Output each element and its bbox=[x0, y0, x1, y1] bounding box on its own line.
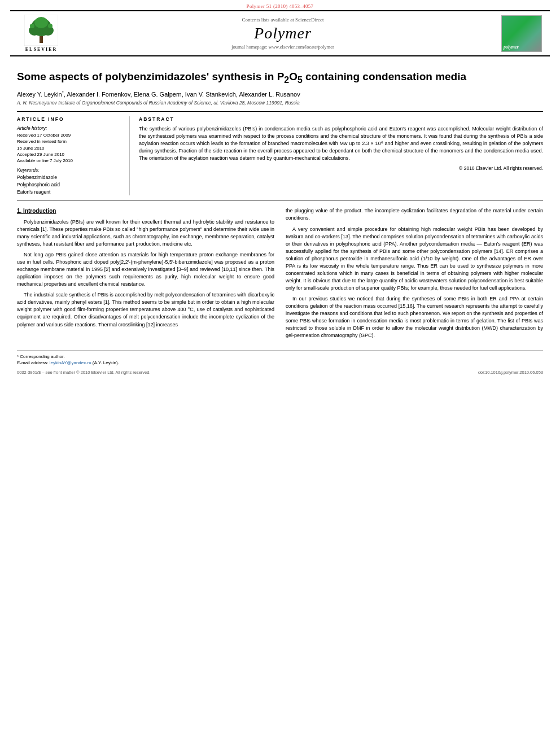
revised-date-text: 15 June 2010 bbox=[17, 146, 45, 151]
kw-2: Polyphosphoric acid bbox=[17, 182, 60, 187]
keywords-list: Polybenzimidazole Polyphosphoric acid Ea… bbox=[17, 174, 120, 195]
email-author: (A.Y. Leykin). bbox=[93, 360, 119, 365]
footer-bar: 0032-3861/$ – see front matter © 2010 El… bbox=[17, 370, 543, 375]
right-para-2: A very convenient and simple procedure f… bbox=[286, 226, 543, 292]
received-revised-text: Received in revised form bbox=[17, 139, 67, 144]
kw-1: Polybenzimidazole bbox=[17, 174, 57, 180]
abstract-col: ABSTRACT The synthesis of various polybe… bbox=[130, 116, 543, 195]
email-line: E-mail address: leykinAY@yandex.ru (A.Y.… bbox=[17, 360, 543, 365]
intro-para-3: The industrial scale synthesis of PBIs i… bbox=[17, 291, 274, 328]
email-value: leykinAY@yandex.ru bbox=[50, 360, 91, 365]
elsevier-logo: ELSEVIER bbox=[16, 15, 67, 52]
sciencedirect-text: Contents lists available at ScienceDirec… bbox=[242, 17, 324, 23]
article-info-abstract-section: ARTICLE INFO Article history: Received 1… bbox=[17, 111, 543, 200]
right-body-col: the plugging value of the product. The i… bbox=[286, 207, 543, 343]
polymer-logo-box: polymer bbox=[499, 15, 544, 52]
left-body-col: 1. Introduction Polybenzimidazoles (PBIs… bbox=[17, 207, 274, 343]
kw-3: Eaton's reagent bbox=[17, 189, 50, 195]
available-text: Available online 7 July 2010 bbox=[17, 158, 73, 163]
article-title: Some aspects of polybenzimidazoles' synt… bbox=[17, 70, 543, 86]
right-para-3: In our previous studies we noticed that … bbox=[286, 295, 543, 339]
history-title: Article history: bbox=[17, 125, 120, 131]
keywords-title: Keywords: bbox=[17, 167, 120, 173]
citation-text: Polymer 51 (2010) 4053–4057 bbox=[247, 3, 314, 9]
copyright-line: © 2010 Elsevier Ltd. All rights reserved… bbox=[139, 165, 543, 171]
abstract-header: ABSTRACT bbox=[139, 116, 543, 122]
footer-section: * Corresponding author. E-mail address: … bbox=[17, 351, 543, 375]
journal-header: ELSEVIER Contents lists available at Sci… bbox=[10, 10, 550, 56]
accepted-text: Accepted 29 June 2010 bbox=[17, 152, 64, 157]
journal-name: Polymer bbox=[72, 25, 493, 42]
elsevier-label-text: ELSEVIER bbox=[25, 47, 57, 52]
main-content: Some aspects of polybenzimidazoles' synt… bbox=[17, 56, 543, 381]
article-info-header: ARTICLE INFO bbox=[17, 116, 120, 122]
received-text: Received 17 October 2009 bbox=[17, 133, 71, 138]
right-para-1: the plugging value of the product. The i… bbox=[286, 207, 543, 222]
title-text-part1: Some aspects of polybenzimidazoles' synt… bbox=[17, 71, 466, 82]
polymer-logo-image: polymer bbox=[501, 15, 542, 52]
journal-center: Contents lists available at ScienceDirec… bbox=[67, 17, 499, 50]
email-label: E-mail address: bbox=[17, 360, 49, 365]
article-info-col: ARTICLE INFO Article history: Received 1… bbox=[17, 116, 130, 195]
authors-line: Alexey Y. Leykin*, Alexander I. Fomenkov… bbox=[17, 90, 543, 98]
issn-line: 0032-3861/$ – see front matter © 2010 El… bbox=[17, 370, 151, 375]
elsevier-tree-icon bbox=[24, 15, 58, 46]
svg-point-5 bbox=[34, 17, 48, 28]
two-col-body: 1. Introduction Polybenzimidazoles (PBIs… bbox=[17, 207, 543, 343]
intro-para-1: Polybenzimidazoles (PBIs) are well known… bbox=[17, 219, 274, 248]
page: Polymer 51 (2010) 4053–4057 ELSEVIER bbox=[0, 0, 560, 747]
keywords-group: Keywords: Polybenzimidazole Polyphosphor… bbox=[17, 167, 120, 195]
corresponding-note: * Corresponding author. bbox=[17, 354, 543, 359]
svg-rect-1 bbox=[40, 36, 43, 43]
affiliation-line: A. N. Nesmeyanov Institute of Organoelem… bbox=[17, 100, 543, 106]
doi-line: doi:10.1016/j.polymer.2010.06.053 bbox=[478, 370, 543, 375]
intro-section-title: 1. Introduction bbox=[17, 207, 274, 216]
citation-bar: Polymer 51 (2010) 4053–4057 bbox=[0, 0, 560, 10]
history-content: Received 17 October 2009 Received in rev… bbox=[17, 132, 120, 164]
abstract-text: The synthesis of various polybenzimidazo… bbox=[139, 125, 543, 162]
journal-homepage: journal homepage: www.elsevier.com/locat… bbox=[72, 44, 493, 50]
body-section: 1. Introduction Polybenzimidazoles (PBIs… bbox=[17, 207, 543, 343]
history-group: Article history: Received 17 October 200… bbox=[17, 125, 120, 164]
intro-para-2: Not long ago PBIs gained close attention… bbox=[17, 251, 274, 288]
authors-text: Alexey Y. Leykin*, Alexander I. Fomenkov… bbox=[17, 91, 300, 98]
svg-point-6 bbox=[30, 24, 34, 28]
svg-point-7 bbox=[48, 24, 53, 28]
intro-number: 1. Introduction bbox=[17, 208, 56, 214]
sciencedirect-line: Contents lists available at ScienceDirec… bbox=[72, 17, 493, 23]
polymer-logo-text: polymer bbox=[504, 45, 519, 50]
